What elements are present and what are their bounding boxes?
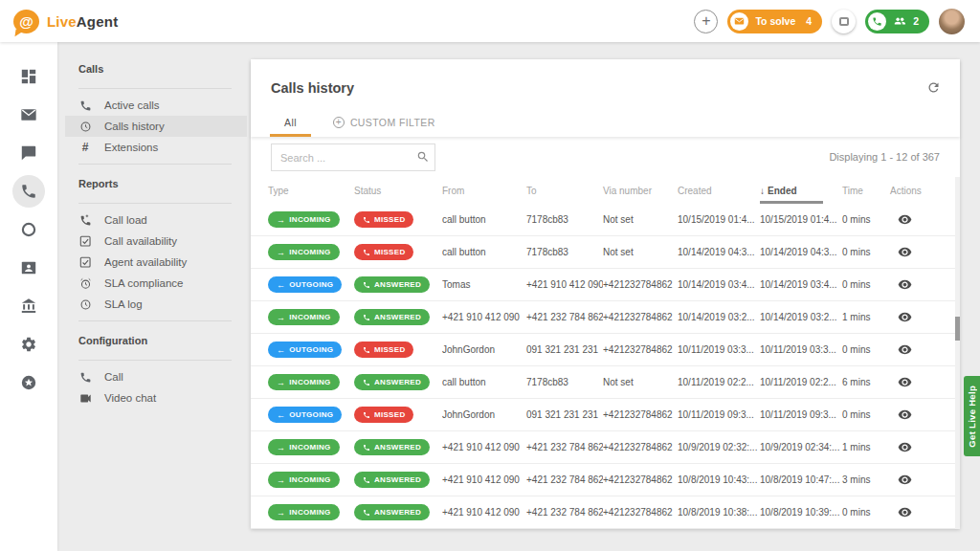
sidebar-item-sla-log[interactable]: SLA log [65,294,247,315]
tab-custom-filter[interactable]: + CUSTOM FILTER [319,108,450,137]
created-cell: 10/14/2019 03:2... [678,312,760,322]
get-live-help-button[interactable]: Get Live Help [964,376,980,456]
status-badge: ANSWERED [354,504,430,520]
rail-nav-star[interactable] [0,364,57,402]
view-call-button[interactable] [890,440,912,454]
sidebar-item-agent-availability[interactable]: Agent availability [65,252,247,273]
ended-cell: 10/15/2019 01:4... [760,214,842,225]
to-solve-button[interactable]: To solve 4 [727,10,822,33]
displaying-count: Displaying 1 - 12 of 367 [829,151,940,163]
rail-nav-chat[interactable] [0,134,57,172]
status-badge: ANSWERED [354,439,430,455]
from-cell: Tomas [442,279,526,290]
time-cell: 0 mins [842,507,890,518]
search-input[interactable] [271,143,435,171]
add-button[interactable]: + [694,10,718,33]
view-call-button[interactable] [890,473,912,487]
to-cell: +421 232 784 862 [526,442,603,452]
time-cell: 0 mins [842,279,890,290]
chat-icon [20,144,37,162]
sidebar-item-call[interactable]: Call [65,366,247,387]
from-cell: +421 910 412 090 [442,312,526,322]
bank-icon [20,298,37,315]
column-created[interactable]: Created [678,177,760,204]
sidebar-item-sla-compliance[interactable]: SLA compliance [65,273,247,294]
refresh-button[interactable] [926,80,941,95]
rail-nav-mail[interactable] [0,96,57,134]
liveagent-logo[interactable]: @ LiveAgent [13,10,118,33]
to-solve-count: 4 [806,15,812,27]
eye-icon [898,375,912,389]
column-to[interactable]: To [526,177,603,204]
eye-icon [898,245,912,259]
tab-all[interactable]: All [270,108,311,137]
rail-nav-dashboard[interactable] [0,57,57,96]
view-call-button[interactable] [890,408,912,422]
sidebar-item-video-chat[interactable]: Video chat [65,387,247,408]
settings-icon [20,336,37,353]
created-cell: 10/11/2019 03:3... [678,344,760,355]
rail-nav-settings[interactable] [0,325,57,364]
mail-icon [20,106,37,123]
view-call-button[interactable] [890,310,912,324]
table-body: →INCOMINGMISSEDcall button7178cb83Not se… [251,204,960,529]
via-cell: Not set [603,214,678,225]
type-badge: ←OUTGOING [268,407,342,423]
phone-icon [868,12,886,31]
phone-icon [78,371,92,384]
ended-cell: 10/14/2019 03:2... [760,312,842,322]
eye-icon [898,342,912,357]
time-cell: 0 mins [842,247,890,257]
eye-icon [898,277,912,292]
time-cell: 1 mins [842,312,890,322]
sidebar-item-active-calls[interactable]: Active calls [65,95,247,116]
created-cell: 10/15/2019 01:4... [678,214,760,225]
refresh-icon [926,80,941,95]
table-row: →INCOMINGANSWERED+421 910 412 090+421 23… [251,464,960,496]
arrow-right-icon: → [277,313,285,322]
calls-status-button[interactable]: 2 [865,10,929,33]
column-type[interactable]: Type [268,177,354,204]
search-button[interactable] [416,150,430,164]
rail-nav-ring[interactable] [0,210,57,249]
rail-nav-contacts[interactable] [0,249,57,287]
history-icon [78,298,92,311]
column-ended[interactable]: ↓ Ended [760,177,842,204]
view-call-button[interactable] [890,342,912,357]
divider [78,164,232,165]
sidebar-item-call-availability[interactable]: Call availability [65,231,247,252]
view-call-button[interactable] [890,245,912,259]
created-cell: 10/14/2019 04:3... [678,247,760,257]
created-cell: 10/9/2019 02:32:... [678,442,760,452]
sidebar-item-extensions[interactable]: #Extensions [65,137,247,158]
view-call-button[interactable] [890,277,912,292]
avatar[interactable] [939,9,965,34]
column-from[interactable]: From [442,177,526,204]
tab-all-label: All [284,117,297,128]
view-call-button[interactable] [890,505,912,519]
column-via[interactable]: Via number [603,177,678,204]
from-cell: +421 910 412 090 [442,442,526,452]
rail-nav-phone[interactable] [0,172,57,210]
status-badge: ANSWERED [354,374,430,390]
alarm-icon [78,277,92,290]
column-time[interactable]: Time [842,177,890,204]
view-call-button[interactable] [890,375,912,389]
to-cell: +421 232 784 862 [526,507,603,518]
widget-toggle-button[interactable] [832,10,856,33]
status-badge: ANSWERED [354,309,430,325]
table-row: ←OUTGOINGANSWEREDTomas+421 910 412 090+4… [251,269,960,301]
column-status[interactable]: Status [354,177,442,204]
sidebar-item-call-load[interactable]: Call load [65,209,247,231]
status-badge: ANSWERED [354,472,430,488]
search-icon [416,150,430,164]
created-cell: 10/8/2019 10:38:... [678,507,760,518]
via-cell: +421232784862 [603,442,678,452]
tab-custom-filter-label: CUSTOM FILTER [350,117,435,128]
status-badge: MISSED [354,211,413,228]
from-cell: call button [442,214,526,225]
rail-nav-bank[interactable] [0,287,57,325]
view-call-button[interactable] [890,212,912,227]
sidebar-item-calls-history[interactable]: Calls history [65,116,247,137]
scrollbar-thumb[interactable] [955,317,960,341]
